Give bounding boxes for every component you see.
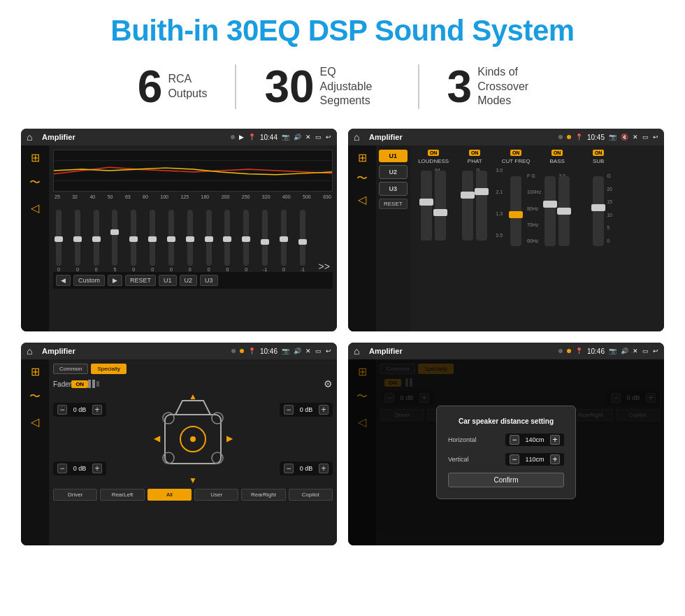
vertical-minus[interactable]: −: [510, 454, 519, 464]
amp-presets: U1 U2 U3 RESET: [376, 145, 410, 331]
volume-icon-4: 🔊: [621, 348, 628, 354]
horizontal-value: 140cm: [522, 436, 547, 443]
stat-eq: 30 EQ AdjustableSegments: [236, 64, 419, 109]
app-name-2: Amplifier: [369, 133, 554, 141]
window-icon-2: ▭: [642, 134, 649, 141]
stat-crossover-label: Kinds ofCrossover Modes: [477, 65, 547, 108]
fader-on-toggle[interactable]: ON: [71, 380, 88, 388]
volume-icon-1: 🔊: [294, 134, 301, 141]
home-icon-2[interactable]: ⌂: [354, 131, 365, 143]
u1-btn[interactable]: U1: [159, 275, 177, 286]
status-bar-3: ⌂ Amplifier 📍 10:46 📷 🔊 ✕ ▭ ↩: [21, 343, 337, 359]
reset-btn[interactable]: RESET: [125, 275, 156, 286]
eq-slider-11: 0: [243, 210, 249, 272]
bass-on[interactable]: ON: [551, 150, 563, 156]
btn-driver[interactable]: Driver: [53, 489, 97, 501]
btn-user[interactable]: User: [194, 489, 238, 501]
car-diagram-container: ⊕ ▲ ▼ ◀ ▶: [110, 394, 275, 485]
u3-btn[interactable]: U3: [200, 275, 218, 286]
db-plus-bl[interactable]: +: [92, 464, 102, 473]
stat-rca-label: RCAOutputs: [168, 72, 207, 101]
location-icon-2: 📍: [575, 134, 583, 141]
vertical-value: 110cm: [522, 456, 547, 463]
eq-slider-9: 0: [206, 210, 212, 272]
stat-eq-number: 30: [264, 64, 314, 109]
app-name-1: Amplifier: [42, 133, 226, 141]
btn-all[interactable]: All: [147, 489, 192, 501]
wave-icon-3[interactable]: 〜: [29, 389, 41, 404]
status-dot-2a: [558, 135, 563, 139]
stat-rca-number: 6: [138, 64, 163, 109]
confirm-button[interactable]: Confirm: [448, 473, 564, 487]
screen-amp: ⌂ Amplifier 📍 10:45 📷 🔇 ✕ ▭ ↩ ⊞ 〜 ◁: [348, 129, 664, 331]
channel-loudness: ON LOUDNESS 644832160: [414, 150, 453, 327]
distance-dialog: Car speaker distance setting Horizontal …: [436, 406, 576, 499]
speaker-icon[interactable]: ◁: [31, 201, 39, 215]
fader-tabs: Common Specialty: [53, 364, 333, 374]
play-btn[interactable]: ▶: [108, 275, 122, 286]
tab-specialty[interactable]: Specialty: [91, 364, 126, 374]
db-minus-br[interactable]: −: [284, 464, 294, 473]
dialog-row-horizontal: Horizontal − 140cm +: [448, 434, 564, 446]
back-icon-3: ↩: [326, 348, 331, 354]
camera-icon-3: 📷: [282, 348, 289, 354]
eq-slider-4: 5: [112, 210, 117, 272]
speaker-icon-2[interactable]: ◁: [358, 193, 366, 206]
prev-preset-btn[interactable]: ◀: [56, 275, 71, 286]
horizontal-minus[interactable]: −: [510, 435, 519, 445]
screen-eq: ⌂ Amplifier ▶ 📍 10:44 📷 🔊 ✕ ▭ ↩ ⊞ 〜 ◁: [21, 129, 337, 331]
location-icon-4: 📍: [575, 348, 583, 354]
db-plus-tl[interactable]: +: [92, 405, 102, 415]
page-container: Buith-in 30EQ DSP Sound System 6 RCAOutp…: [0, 0, 685, 616]
channel-bass: ON BASS 3.02.52.01.51.0: [538, 150, 577, 327]
tab-common[interactable]: Common: [53, 364, 88, 374]
sub-on[interactable]: ON: [593, 150, 605, 156]
btn-copilot[interactable]: Copilot: [289, 489, 333, 501]
db-plus-tr[interactable]: +: [319, 405, 329, 415]
eq-freq-labels: 25 32 40 50 63 80 100 125 160 200 250 32…: [53, 194, 333, 199]
horizontal-plus[interactable]: +: [550, 435, 560, 445]
btn-rearright[interactable]: RearRight: [241, 489, 285, 501]
u2-btn[interactable]: U2: [180, 275, 198, 286]
amp-reset-btn[interactable]: RESET: [379, 199, 408, 209]
btn-rearleft[interactable]: RearLeft: [100, 489, 144, 501]
fader-left-icons: ⊞ 〜 ◁: [21, 359, 49, 545]
status-bar-4: ⌂ Amplifier 📍 10:46 📷 🔊 ✕ ▭ ↩: [348, 343, 664, 359]
phat-on[interactable]: ON: [469, 150, 481, 156]
horizontal-label: Horizontal: [448, 436, 486, 443]
db-minus-bl[interactable]: −: [57, 464, 67, 473]
eq-sliders-row: 0 0 0 5: [53, 202, 333, 272]
preset-u1[interactable]: U1: [379, 150, 408, 162]
home-icon-4[interactable]: ⌂: [354, 345, 365, 357]
back-icon-1: ↩: [326, 134, 331, 141]
loudness-on[interactable]: ON: [428, 150, 440, 156]
eq-icon-3[interactable]: ⊞: [31, 365, 40, 378]
volume-icon-3: 🔊: [294, 348, 301, 354]
dialog-title: Car speaker distance setting: [448, 417, 564, 425]
speaker-icon-3[interactable]: ◁: [31, 415, 39, 429]
status-dot-2b: [567, 135, 571, 139]
vertical-plus[interactable]: +: [550, 454, 560, 464]
settings-icon[interactable]: ⚙: [324, 378, 333, 389]
fader-top-row: Fader ON ⚙: [53, 378, 333, 389]
preset-u2[interactable]: U2: [379, 165, 408, 179]
eq-icon-2[interactable]: ⊞: [358, 151, 367, 164]
wave-icon[interactable]: 〜: [29, 176, 41, 190]
eq-slider-10: 0: [224, 210, 230, 272]
db-plus-br[interactable]: +: [319, 464, 329, 473]
wave-icon-2[interactable]: 〜: [356, 171, 368, 186]
svg-text:▲: ▲: [189, 394, 197, 401]
eq-bottom-bar: ◀ Custom ▶ RESET U1 U2 U3: [53, 272, 333, 289]
svg-text:▼: ▼: [189, 475, 197, 485]
camera-icon-1: 📷: [282, 134, 289, 141]
cutfreq-on[interactable]: ON: [510, 150, 522, 156]
db-minus-tl[interactable]: −: [57, 405, 67, 415]
home-icon-1[interactable]: ⌂: [27, 131, 38, 143]
status-dot-4b: [567, 349, 571, 353]
db-minus-tr[interactable]: −: [284, 405, 294, 415]
vertical-control: − 110cm +: [505, 453, 564, 466]
home-icon-3[interactable]: ⌂: [27, 345, 38, 357]
status-bar-1: ⌂ Amplifier ▶ 📍 10:44 📷 🔊 ✕ ▭ ↩: [21, 129, 337, 145]
eq-icon[interactable]: ⊞: [31, 151, 40, 164]
preset-u3[interactable]: U3: [379, 182, 408, 196]
